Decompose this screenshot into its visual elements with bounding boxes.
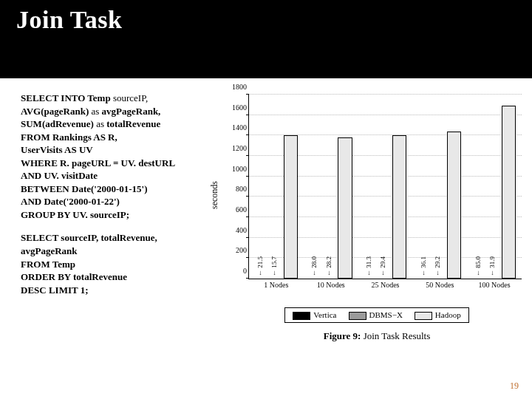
plot-area: 0200400600800100012001400160018001 Nodes… [248,95,522,279]
bar-hadoop [284,135,298,279]
bar-dbmsx: ← 29.2 [433,278,446,279]
bar-label: ← 31.3 [365,256,372,276]
swatch-vertica [293,312,310,320]
bar-group: 100 Nodes← 85.0← 31.9 [467,95,522,279]
bar-hadoop [338,137,352,279]
legend-hadoop: Hadoop [415,310,461,320]
sql-column: SELECT INTO Temp sourceIP, AVG(pageRank)… [21,92,222,342]
page-number: 19 [510,381,519,392]
figure-caption: Figure 9: Join Task Results [324,330,431,342]
swatch-dbmsx [349,312,366,320]
bar-group: 1 Nodes← 21.5← 15.7 [249,95,304,279]
x-tick: 100 Nodes [467,279,522,289]
header: Join Task [0,0,532,78]
bar-vertica: ← 36.1 [418,278,431,279]
y-tick: 800 [236,185,249,193]
x-tick: 1 Nodes [249,279,304,289]
bar-chart: seconds 02004006008001000120014001600180… [229,92,525,299]
bar-label: ← 85.0 [474,256,482,276]
bar-dbmsx: ← 29.4 [378,278,391,279]
y-axis-label: seconds [209,181,220,209]
bar-vertica: ← 85.0 [473,278,485,279]
bar-label: ← 31.9 [488,256,496,276]
legend: Vertica DBMS−X Hadoop [284,307,468,323]
bar-label: ← 15.7 [270,256,278,276]
y-tick: 600 [236,205,249,214]
bar-group: 50 Nodes← 36.1← 29.2 [412,95,467,279]
y-tick: 1000 [232,164,249,172]
bar-group: 10 Nodes← 28.0← 28.2 [304,95,358,279]
bar-vertica: ← 21.5 [255,278,267,279]
sql-query-2: SELECT sourceIP, totalRevenue, avgPageRa… [21,231,222,296]
bar-vertica: ← 28.0 [310,278,322,279]
bar-label: ← 29.2 [434,256,441,276]
chart-column: seconds 02004006008001000120014001600180… [229,92,525,342]
bar-hadoop [392,135,406,279]
legend-dbmsx: DBMS−X [349,310,403,320]
bar-dbmsx: ← 31.9 [487,278,499,279]
y-tick: 1200 [232,144,249,152]
body: SELECT INTO Temp sourceIP, AVG(pageRank)… [0,78,532,342]
bar-label: ← 28.0 [310,256,318,276]
y-tick: 1400 [232,123,249,132]
bar-hadoop [502,106,516,279]
bar-label: ← 36.1 [420,256,427,276]
y-tick: 0 [243,267,249,275]
legend-vertica: Vertica [293,310,336,320]
bar-label: ← 29.4 [379,256,386,276]
x-tick: 25 Nodes [358,279,413,289]
slide: Join Task SELECT INTO Temp sourceIP, AVG… [0,0,532,399]
bar-hadoop [447,132,461,279]
bar-label: ← 28.2 [325,256,332,276]
y-tick: 200 [236,246,249,254]
bar-dbmsx: ← 28.2 [324,278,336,279]
slide-title: Join Task [16,6,516,34]
y-tick: 1800 [232,83,249,91]
x-tick: 50 Nodes [412,279,467,289]
y-tick: 1600 [232,103,249,111]
bar-dbmsx: ← 15.7 [269,278,282,279]
bar-vertica: ← 31.3 [364,278,377,279]
swatch-hadoop [415,312,432,320]
bar-group: 25 Nodes← 31.3← 29.4 [358,95,413,279]
sql-query-1: SELECT INTO Temp sourceIP, AVG(pageRank)… [21,92,222,221]
x-tick: 10 Nodes [304,279,358,289]
y-tick: 400 [236,225,249,233]
bar-label: ← 21.5 [256,256,264,276]
